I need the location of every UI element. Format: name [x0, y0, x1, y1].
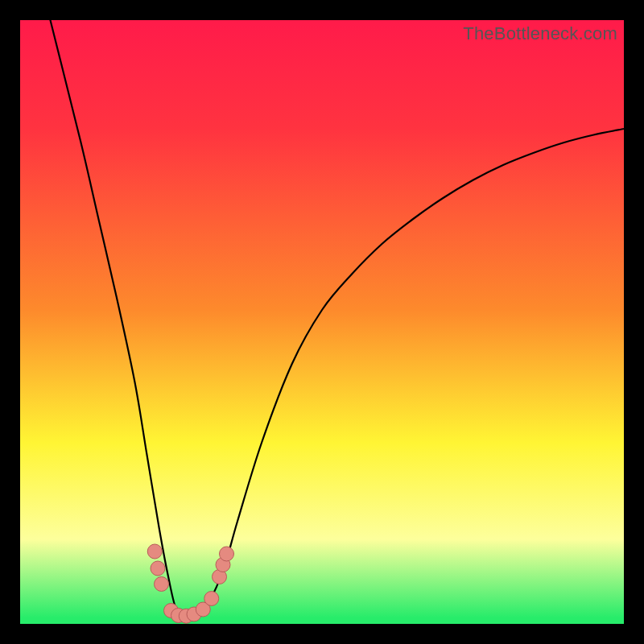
chart-frame: TheBottleneck.com — [20, 20, 624, 624]
bottleneck-curve — [20, 20, 624, 618]
curve-marker — [151, 561, 165, 576]
watermark-text: TheBottleneck.com — [463, 23, 617, 44]
curve-marker — [147, 544, 162, 559]
curve-markers — [147, 544, 233, 623]
chart-curve-layer — [20, 20, 624, 624]
curve-marker — [155, 577, 169, 592]
curve-marker — [220, 547, 234, 561]
curve-marker — [204, 592, 219, 606]
